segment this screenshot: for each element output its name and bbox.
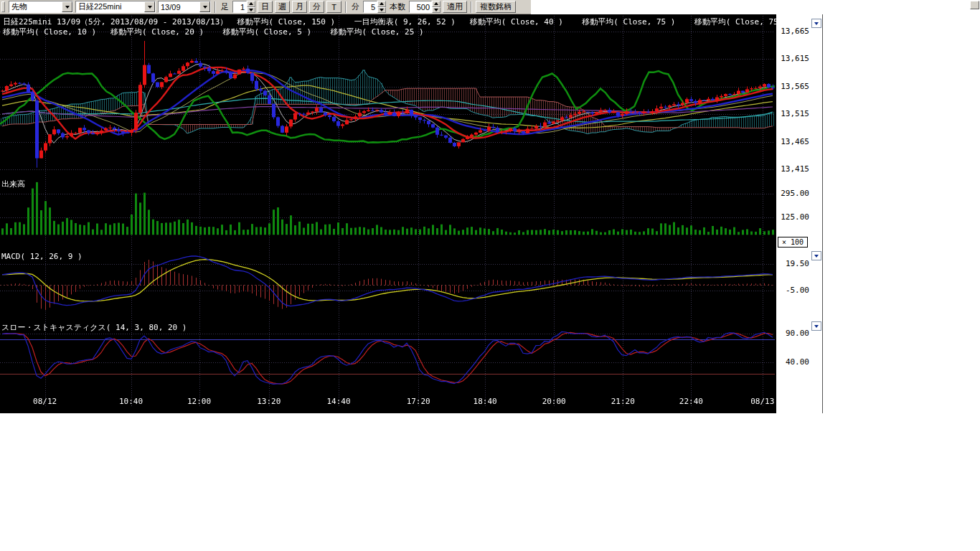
bar-count-label: 本数: [388, 1, 407, 12]
bar-count-value: 500: [409, 1, 432, 13]
x-axis-label: 18:40: [473, 397, 497, 406]
minute-interval-spinner[interactable]: 5: [363, 1, 386, 13]
chart-area: 日経225mini 13/09（5分, 2013/08/09 - 2013/08…: [0, 14, 776, 413]
toolbar-separator: [345, 1, 347, 13]
volume-multiplier-label: × 100: [782, 238, 804, 246]
symbol-value: 日経225mini: [76, 1, 144, 12]
panel-divider: [822, 14, 823, 413]
stoch-pane-label: スロー・ストキャスティクス( 14, 3, 80, 20 ): [1, 322, 187, 333]
bar-count-spinner[interactable]: 500: [409, 1, 440, 13]
price-axis-label: 13,465: [776, 137, 809, 146]
spinner-down-icon[interactable]: [432, 7, 440, 14]
x-axis-label: 08/13: [750, 397, 774, 406]
x-axis-label: 08/12: [33, 397, 57, 406]
volume-axis-label: 295.00: [776, 189, 809, 198]
volume-multiplier-box: × 100: [778, 237, 808, 248]
x-axis-label: 10:40: [119, 397, 143, 406]
chevron-down-icon[interactable]: [199, 1, 210, 12]
x-axis-label: 17:20: [407, 397, 430, 406]
volume-pane-label: 出来高: [1, 179, 25, 189]
spinner-up-icon[interactable]: [247, 1, 255, 7]
x-axis-label: 13:20: [257, 397, 281, 406]
symbol-select[interactable]: 日経225mini: [75, 1, 156, 13]
toolbar-separator: [215, 1, 216, 13]
price-axis-label: 13,515: [776, 109, 809, 118]
macd-axis-label: 19.50: [776, 259, 809, 268]
price-pane-title: 日経225mini 13/09（5分, 2013/08/09 - 2013/08…: [3, 17, 788, 27]
x-axis-label: 12:00: [187, 397, 211, 406]
stoch-axis-label: 90.00: [776, 329, 809, 338]
contract-month-select[interactable]: 13/09: [158, 1, 211, 13]
spinner-down-icon[interactable]: [247, 7, 255, 14]
x-axis-label: 21:20: [611, 397, 635, 406]
contract-month-value: 13/09: [159, 3, 199, 11]
macd-pane-label: MACD( 12, 26, 9 ): [1, 252, 83, 261]
period-minute-button[interactable]: 分: [309, 1, 324, 13]
spinner-up-icon[interactable]: [377, 1, 386, 7]
x-axis-label: 22:40: [679, 397, 703, 406]
stoch-axis-label: 40.00: [776, 357, 809, 367]
period-tick-button[interactable]: T: [326, 1, 341, 13]
price-chart-canvas[interactable]: [0, 14, 776, 413]
x-axis-label: 14:40: [326, 397, 350, 406]
macd-axis-menu-button[interactable]: [811, 251, 821, 260]
period-month-button[interactable]: 月: [292, 1, 307, 13]
apply-button[interactable]: 適用: [443, 1, 467, 13]
price-axis-label: 13,665: [776, 27, 809, 36]
window-corner-button[interactable]: [970, 1, 979, 9]
bar-interval-value: 1: [232, 1, 247, 13]
instrument-type-select[interactable]: 先物: [9, 1, 73, 13]
minute-interval-value: 5: [363, 1, 377, 13]
x-axis-label: 20:00: [542, 397, 566, 406]
spinner-up-icon[interactable]: [432, 1, 440, 7]
x-axis-row: 08/1210:4012:0013:2014:4017:2018:4020:00…: [0, 397, 775, 410]
toolbar: 先物 日経225mini 13/09 足 1 日 週 月 分 T 分 5: [0, 0, 531, 14]
value-axis-column: 13,665 13,615 13,565 13,515 13,465 13,41…: [776, 0, 822, 413]
chevron-down-icon[interactable]: [144, 1, 155, 12]
bar-interval-spinner[interactable]: 1: [232, 1, 255, 13]
toolbar-separator: [471, 1, 472, 13]
toolbar-grip[interactable]: [1, 1, 5, 12]
minute-label: 分: [350, 1, 361, 12]
price-pane-indicator-list: 移動平均( Close, 10 ) 移動平均( Close, 20 ) 移動平均…: [3, 27, 424, 37]
price-axis-menu-button[interactable]: [811, 19, 821, 28]
macd-axis-label: -5.00: [776, 286, 809, 295]
period-day-button[interactable]: 日: [258, 1, 273, 13]
instrument-type-value: 先物: [9, 1, 62, 12]
spinner-down-icon[interactable]: [377, 7, 386, 14]
price-axis-label: 13,565: [776, 82, 809, 91]
stoch-axis-menu-button[interactable]: [811, 321, 821, 331]
price-axis-label: 13,615: [776, 54, 809, 63]
period-week-button[interactable]: 週: [275, 1, 290, 13]
multi-symbol-button[interactable]: 複数銘柄: [476, 1, 516, 13]
bar-type-label: 足: [220, 1, 230, 12]
price-axis-label: 13,415: [776, 164, 809, 174]
chevron-down-icon[interactable]: [62, 1, 72, 12]
volume-axis-label: 125.00: [776, 212, 809, 222]
